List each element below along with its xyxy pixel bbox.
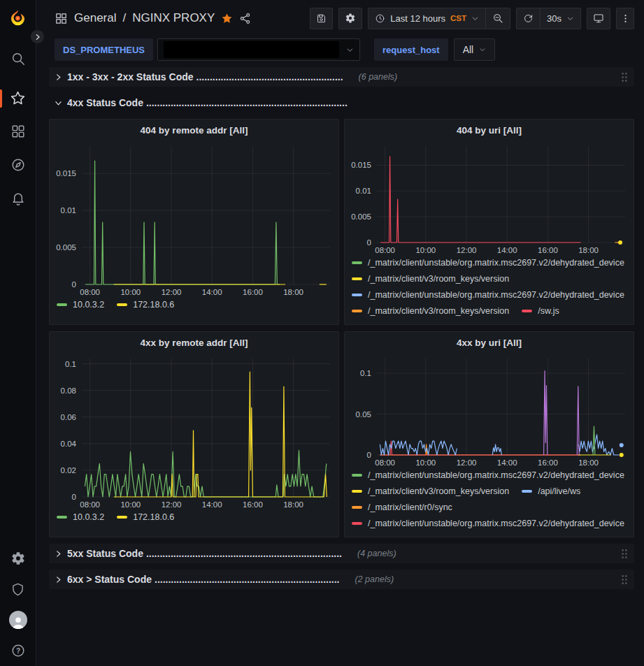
legend-item[interactable]: /_matrix/client/unstable/org.matrix.msc2… — [352, 290, 624, 300]
legend-swatch-icon — [117, 303, 127, 306]
svg-text:0.06: 0.06 — [61, 413, 76, 421]
request-host-variable-label[interactable]: request_host — [374, 38, 448, 61]
legend-label: /_matrix/client/unstable/org.matrix.msc2… — [368, 258, 624, 268]
request-host-variable-value[interactable]: All — [454, 38, 496, 61]
sidebar-item-server-admin[interactable] — [0, 574, 36, 605]
shield-icon — [10, 582, 25, 597]
sidebar-expand-button[interactable] — [30, 29, 45, 44]
legend-item[interactable]: /_matrix/client/unstable/org.matrix.msc2… — [352, 258, 624, 268]
legend-item[interactable]: /_matrix/client/v3/room_keys/version — [352, 306, 509, 316]
legend-item[interactable]: /_matrix/client/v3/room_keys/version — [352, 486, 509, 496]
legend-item[interactable]: 172.18.0.6 — [117, 512, 174, 522]
svg-text:08:00: 08:00 — [80, 288, 100, 296]
svg-text:0: 0 — [72, 493, 76, 501]
sidebar-item-profile[interactable] — [0, 605, 36, 635]
sidebar-item-configuration[interactable] — [0, 543, 36, 574]
drag-handle-icon[interactable] — [620, 72, 629, 82]
legend-label: 10.0.3.2 — [73, 512, 104, 522]
legend-swatch-icon — [57, 516, 67, 519]
variables-row: DS_PROMETHEUS request_host All — [55, 36, 634, 63]
apps-grid-icon — [55, 12, 68, 25]
legend-row: 10.0.3.2172.18.0.6 — [57, 300, 331, 310]
sidebar-item-dashboards[interactable] — [0, 116, 36, 147]
legend-swatch-icon — [352, 310, 362, 312]
refresh-group: 30s — [516, 8, 581, 29]
panel-title[interactable]: 404 by uri [All] — [345, 120, 634, 140]
legend-item[interactable]: /api/live/ws — [522, 486, 580, 496]
zoom-out-button[interactable] — [486, 8, 510, 29]
time-range-button[interactable]: Last 12 hours CST — [368, 8, 485, 29]
chevron-down-icon — [479, 46, 486, 53]
chart-4xx-by-uri[interactable]: 08:0010:0012:0014:0016:0018:0000.050.1 — [345, 353, 634, 469]
legend-item[interactable]: /_matrix/client/unstable/org.matrix.msc2… — [352, 519, 624, 528]
svg-text:16:00: 16:00 — [538, 458, 558, 467]
star-icon[interactable] — [221, 13, 233, 24]
panel-title[interactable]: 404 by remote addr [All] — [50, 120, 338, 140]
legend-row: /_matrix/client/v3/room_keys/version/api… — [352, 486, 627, 496]
tv-mode-button[interactable] — [587, 8, 610, 29]
drag-handle-icon[interactable] — [620, 574, 629, 585]
share-icon[interactable] — [239, 13, 251, 24]
chart-4xx-by-remote-addr[interactable]: 08:0010:0012:0014:0016:0018:0000.020.040… — [50, 353, 338, 511]
breadcrumb-section[interactable]: General — [74, 11, 116, 25]
row-4xx-status-code[interactable]: 4xx Status Code ........................… — [49, 93, 634, 113]
sidebar-item-help[interactable]: ? — [0, 635, 36, 666]
refresh-interval-button[interactable]: 30s — [541, 8, 580, 29]
legend-item[interactable]: /sw.js — [522, 306, 559, 316]
breadcrumb-divider: / — [122, 11, 126, 25]
legend-row: 10.0.3.2172.18.0.6 — [57, 512, 331, 522]
refresh-button[interactable] — [517, 8, 540, 29]
legend-item[interactable]: 10.0.3.2 — [57, 512, 104, 522]
row-5xx-status-code[interactable]: 5xx Status Code ........................… — [49, 544, 634, 563]
chart-404-by-remote-addr[interactable]: 08:0010:0012:0014:0016:0018:0000.0050.01… — [50, 140, 338, 298]
svg-text:0.1: 0.1 — [65, 360, 76, 368]
row-1xx-3xx-2xx-status-code[interactable]: 1xx - 3xx - 2xx Status Code ............… — [49, 67, 634, 87]
sidebar-item-search[interactable] — [0, 43, 36, 74]
help-icon: ? — [10, 643, 26, 658]
save-dashboard-button[interactable] — [310, 8, 333, 29]
row-dots: ........................................… — [146, 548, 342, 559]
drag-handle-icon[interactable] — [620, 549, 629, 559]
page-title[interactable]: NGINX PROXY — [132, 11, 215, 25]
gear-icon — [10, 551, 26, 566]
chevron-right-icon — [55, 73, 62, 81]
legend-label: /_matrix/client/unstable/org.matrix.msc2… — [368, 519, 624, 528]
svg-text:0.005: 0.005 — [351, 212, 371, 221]
dashboard-settings-button[interactable] — [338, 8, 362, 29]
row-title: 5xx Status Code — [67, 548, 143, 559]
grafana-logo[interactable] — [0, 4, 36, 32]
sidebar-item-alerting[interactable] — [0, 183, 36, 214]
chevron-down-icon — [346, 46, 354, 54]
sidebar-item-explore[interactable] — [0, 150, 36, 180]
row-title: 1xx - 3xx - 2xx Status Code — [67, 71, 194, 82]
legend-item[interactable]: /_matrix/client/r0/sync — [352, 502, 452, 512]
svg-text:14:00: 14:00 — [202, 288, 222, 296]
monitor-icon — [593, 13, 604, 24]
datasource-variable-label[interactable]: DS_PROMETHEUS — [55, 38, 153, 61]
legend-label: 172.18.0.6 — [133, 300, 174, 310]
datasource-variable-select[interactable] — [157, 38, 360, 61]
svg-text:0.01: 0.01 — [356, 187, 371, 195]
sidebar-item-starred[interactable] — [0, 82, 36, 113]
svg-text:08:00: 08:00 — [375, 458, 395, 467]
panel-404-by-uri: 404 by uri [All] 08:0010:0012:0014:0016:… — [344, 119, 634, 325]
panel-title[interactable]: 4xx by remote addr [All] — [50, 332, 338, 353]
legend-item[interactable]: /_matrix/client/unstable/org.matrix.msc2… — [352, 470, 624, 480]
panel-title[interactable]: 4xx by uri [All] — [345, 332, 634, 353]
more-options-button[interactable] — [616, 8, 634, 29]
legend-item[interactable]: /_matrix/client/v3/room_keys/version — [352, 274, 509, 284]
svg-text:0.1: 0.1 — [360, 369, 371, 377]
chevron-down-icon — [55, 99, 62, 107]
row-6xx-status-code[interactable]: 6xx > Status Code ......................… — [49, 570, 634, 589]
legend-swatch-icon — [352, 474, 362, 477]
legend-swatch-icon — [117, 516, 127, 519]
active-indicator — [0, 89, 2, 108]
legend-swatch-icon — [352, 261, 362, 264]
legend-item[interactable]: 172.18.0.6 — [117, 300, 174, 310]
legend-item[interactable]: 10.0.3.2 — [57, 300, 104, 310]
sidebar: ? — [0, 0, 36, 666]
alerting-bell-icon — [10, 191, 26, 206]
redacted-value — [164, 41, 339, 58]
chart-404-by-uri[interactable]: 08:0010:0012:0014:0016:0018:0000.0050.01… — [345, 140, 634, 256]
save-icon — [316, 13, 327, 24]
